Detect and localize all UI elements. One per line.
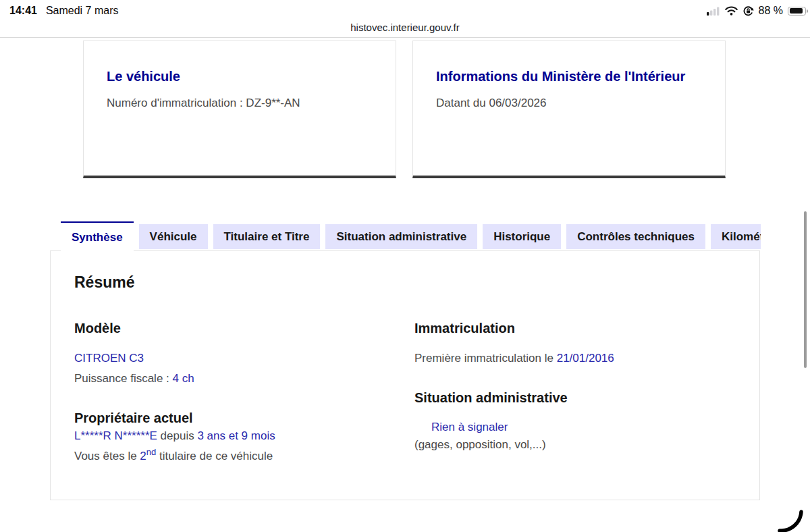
- situation-heading: Situation administrative: [414, 390, 568, 406]
- holder-prefix: Vous êtes le: [74, 450, 140, 462]
- tab-bar: Synthèse Véhicule Titulaire et Titre Sit…: [61, 221, 761, 252]
- model-name: CITROEN C3: [74, 352, 144, 365]
- rotation-lock-icon: [742, 5, 754, 17]
- holder-suffix: titulaire de ce véhicule: [156, 450, 273, 462]
- battery-percent: 88 %: [759, 5, 783, 17]
- tab-historique[interactable]: Historique: [483, 224, 561, 249]
- power-line: Puissance fiscale : 4 ch: [74, 372, 194, 385]
- vehicle-card: Le véhicule Numéro d'immatriculation : D…: [83, 41, 396, 178]
- loading-spinner-icon: [770, 503, 807, 532]
- status-date: Samedi 7 mars: [46, 5, 119, 17]
- status-time: 14:41: [9, 5, 37, 17]
- summary-heading: Résumé: [74, 273, 134, 292]
- content-panel: Résumé Modèle CITROEN C3 Puissance fisca…: [50, 250, 760, 500]
- tab-controles-techniques[interactable]: Contrôles techniques: [566, 224, 705, 249]
- battery-icon: [788, 7, 806, 16]
- ministry-card-line: Datant du 06/03/2026: [436, 95, 702, 111]
- owner-separator: depuis: [157, 429, 198, 442]
- tab-kilometrage[interactable]: Kilométrage: [711, 224, 761, 249]
- browser-chrome: 14:41 Samedi 7 mars histovec.interieur.g…: [0, 0, 810, 38]
- registration-heading: Immatriculation: [414, 321, 515, 336]
- status-left: 14:41 Samedi 7 mars: [9, 5, 119, 17]
- owner-line: L*****R N******E depuis 3 ans et 9 mois: [74, 429, 275, 443]
- registration-date: 21/01/2016: [557, 352, 614, 365]
- registration-line: Première immatriculation le 21/01/2016: [414, 352, 614, 365]
- vehicle-card-line: Numéro d'immatriculation : DZ-9**-AN: [107, 95, 373, 111]
- model-heading: Modèle: [74, 321, 121, 336]
- vehicle-card-title: Le véhicule: [107, 66, 373, 86]
- status-right: 88 %: [707, 4, 806, 18]
- tab-situation-administrative[interactable]: Situation administrative: [325, 224, 477, 249]
- scrollbar-thumb[interactable]: [804, 211, 807, 368]
- power-label: Puissance fiscale :: [74, 372, 173, 385]
- power-value: 4 ch: [173, 372, 194, 385]
- tab-synthese[interactable]: Synthèse: [61, 221, 134, 252]
- situation-note: (gages, opposition, vol,...): [414, 438, 546, 452]
- owner-heading: Propriétaire actuel: [74, 410, 193, 426]
- battery-nub: [807, 9, 809, 13]
- ministry-card-title: Informations du Ministère de l'Intérieur: [436, 66, 702, 86]
- owner-name: L*****R N******E: [74, 429, 157, 442]
- wifi-icon: [725, 6, 738, 16]
- cellular-signal-icon: [707, 7, 720, 16]
- holder-rank: 2: [140, 450, 146, 462]
- holder-line: Vous êtes le 2nd titulaire de ce véhicul…: [74, 447, 273, 463]
- holder-ordinal: nd: [146, 447, 156, 457]
- registration-label: Première immatriculation le: [414, 352, 557, 365]
- situation-status: Rien à signaler: [431, 421, 508, 434]
- owner-duration: 3 ans et 9 mois: [197, 429, 275, 442]
- battery-fill: [790, 8, 803, 14]
- tab-titulaire-et-titre[interactable]: Titulaire et Titre: [213, 224, 321, 249]
- address-bar[interactable]: histovec.interieur.gouv.fr: [0, 22, 810, 33]
- tab-vehicule[interactable]: Véhicule: [139, 224, 208, 249]
- ministry-card: Informations du Ministère de l'Intérieur…: [412, 41, 726, 178]
